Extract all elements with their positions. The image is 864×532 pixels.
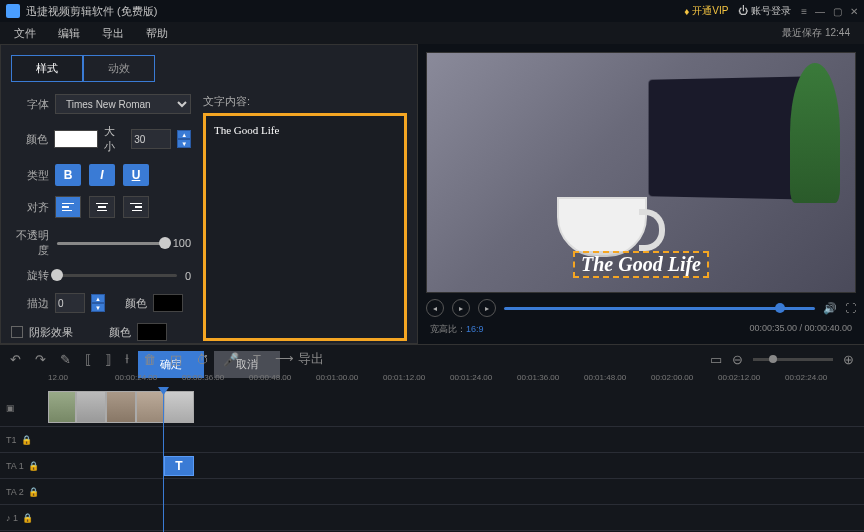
- shadow-color-label: 颜色: [109, 325, 131, 340]
- prev-button[interactable]: ◂: [426, 299, 444, 317]
- delete-icon[interactable]: 🗑: [143, 352, 156, 367]
- speed-icon[interactable]: ⏱: [196, 352, 209, 367]
- opacity-label: 不透明度: [11, 228, 49, 258]
- opacity-value: 100: [173, 237, 191, 249]
- shadow-color-swatch[interactable]: [137, 323, 167, 341]
- font-label: 字体: [11, 97, 49, 112]
- stroke-label: 描边: [11, 296, 49, 311]
- text-content-label: 文字内容:: [203, 94, 407, 109]
- menubar: 文件 编辑 导出 帮助 最近保存 12:44: [0, 22, 864, 44]
- split-icon[interactable]: ⫲: [125, 351, 129, 367]
- text-clip[interactable]: T: [164, 456, 194, 476]
- text-icon[interactable]: T: [253, 352, 261, 367]
- view-icon[interactable]: ▭: [710, 352, 722, 367]
- preview-panel: The Good Life ◂ ▸ ▸ 🔊 ⛶ 宽高比：16:9 00:00:3…: [418, 44, 864, 344]
- bold-button[interactable]: B: [55, 164, 81, 186]
- undo-icon[interactable]: ↶: [10, 352, 21, 367]
- stroke-color-label: 颜色: [125, 296, 147, 311]
- lock-icon[interactable]: 🔒: [28, 461, 39, 471]
- timeline: ↶ ↷ ✎ ⟦ ⟧ ⫲ 🗑 ◫ ⏱ 🎤 T ⟶ 导出 ▭ ⊖ ⊕ 12.0000…: [0, 344, 864, 532]
- menu-file[interactable]: 文件: [14, 26, 36, 41]
- play-button[interactable]: ▸: [452, 299, 470, 317]
- clip-1[interactable]: [48, 391, 76, 423]
- shadow-checkbox[interactable]: [11, 326, 23, 338]
- time-display: 00:00:35.00 / 00:00:40.00: [749, 323, 852, 336]
- timeline-ruler[interactable]: 12.0000:00:24.0000:00:36.0000:00:48.0000…: [0, 373, 864, 389]
- export-button[interactable]: ⟶ 导出: [275, 350, 324, 368]
- minimize-icon[interactable]: —: [815, 6, 825, 17]
- tab-style[interactable]: 样式: [11, 55, 83, 82]
- track-music[interactable]: ♪ 1🔒: [0, 505, 864, 531]
- clip-3[interactable]: [106, 391, 136, 423]
- track-t1[interactable]: T1🔒: [0, 427, 864, 453]
- titlebar: 迅捷视频剪辑软件 (免费版) ♦ 开通VIP ⏻ 账号登录 ≡ — ▢ ✕: [0, 0, 864, 22]
- tab-motion[interactable]: 动效: [83, 55, 155, 82]
- align-right-button[interactable]: [123, 196, 149, 218]
- video-preview[interactable]: The Good Life: [426, 52, 856, 293]
- font-select[interactable]: Times New Roman: [55, 94, 191, 114]
- zoom-in-icon[interactable]: ⊕: [843, 352, 854, 367]
- opacity-slider[interactable]: [57, 242, 165, 245]
- preview-plant: [790, 63, 840, 203]
- crop-icon[interactable]: ◫: [170, 352, 182, 367]
- progress-bar[interactable]: [504, 307, 815, 310]
- app-icon: [6, 4, 20, 18]
- ratio-label: 宽高比：: [430, 324, 466, 334]
- app-title: 迅捷视频剪辑软件 (免费版): [26, 4, 157, 19]
- video-track[interactable]: ▣: [0, 389, 864, 427]
- italic-button[interactable]: I: [89, 164, 115, 186]
- autosave-label: 最近保存 12:44: [782, 26, 850, 40]
- ratio-value[interactable]: 16:9: [466, 324, 484, 334]
- close-icon[interactable]: ✕: [850, 6, 858, 17]
- menu-icon[interactable]: ≡: [801, 6, 807, 17]
- menu-help[interactable]: 帮助: [146, 26, 168, 41]
- redo-icon[interactable]: ↷: [35, 352, 46, 367]
- rotate-label: 旋转: [11, 268, 49, 283]
- volume-icon[interactable]: 🔊: [823, 302, 837, 315]
- color-label: 颜色: [11, 132, 48, 147]
- maximize-icon[interactable]: ▢: [833, 6, 842, 17]
- edit-icon[interactable]: ✎: [60, 352, 71, 367]
- text-content-box[interactable]: The Good Life: [203, 113, 407, 341]
- menu-export[interactable]: 导出: [102, 26, 124, 41]
- stroke-input[interactable]: [55, 293, 85, 313]
- underline-button[interactable]: U: [123, 164, 149, 186]
- clip-2[interactable]: [76, 391, 106, 423]
- text-content-value[interactable]: The Good Life: [214, 124, 396, 136]
- fullscreen-icon[interactable]: ⛶: [845, 302, 856, 314]
- voice-icon[interactable]: 🎤: [223, 352, 239, 367]
- text-overlay[interactable]: The Good Life: [573, 251, 709, 278]
- menu-edit[interactable]: 编辑: [58, 26, 80, 41]
- video-track-icon: ▣: [6, 403, 15, 413]
- stroke-color-swatch[interactable]: [153, 294, 183, 312]
- lock-icon[interactable]: 🔒: [22, 513, 33, 523]
- clip-5[interactable]: [164, 391, 194, 423]
- login-button[interactable]: ⏻ 账号登录: [738, 4, 791, 18]
- track-ta2[interactable]: TA 2🔒: [0, 479, 864, 505]
- align-center-button[interactable]: [89, 196, 115, 218]
- track-ta1[interactable]: TA 1🔒 T: [0, 453, 864, 479]
- vip-button[interactable]: ♦ 开通VIP: [684, 4, 728, 18]
- text-properties-panel: 样式 动效 字体 Times New Roman 颜色 大小 ▲▼ 类型: [0, 44, 418, 344]
- zoom-out-icon[interactable]: ⊖: [732, 352, 743, 367]
- size-down[interactable]: ▼: [177, 139, 191, 148]
- rotate-slider[interactable]: [57, 274, 177, 277]
- shadow-label: 阴影效果: [29, 325, 73, 340]
- preview-cup: [557, 197, 647, 257]
- text-color-swatch[interactable]: [54, 130, 97, 148]
- align-left-button[interactable]: [55, 196, 81, 218]
- type-label: 类型: [11, 168, 49, 183]
- stroke-down[interactable]: ▼: [91, 303, 105, 312]
- playhead[interactable]: [163, 389, 164, 532]
- zoom-slider[interactable]: [753, 358, 833, 361]
- lock-icon[interactable]: 🔒: [28, 487, 39, 497]
- next-button[interactable]: ▸: [478, 299, 496, 317]
- cut-end-icon[interactable]: ⟧: [105, 352, 111, 367]
- clip-4[interactable]: [136, 391, 164, 423]
- cut-start-icon[interactable]: ⟦: [85, 352, 91, 367]
- lock-icon[interactable]: 🔒: [21, 435, 32, 445]
- stroke-up[interactable]: ▲: [91, 294, 105, 303]
- align-label: 对齐: [11, 200, 49, 215]
- size-input[interactable]: [131, 129, 171, 149]
- size-up[interactable]: ▲: [177, 130, 191, 139]
